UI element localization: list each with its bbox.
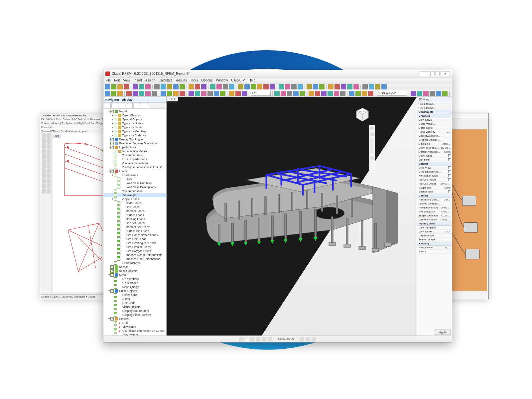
toolbar-icon[interactable] [133,91,138,96]
tree-node[interactable]: ✓Display Topology on [104,137,166,141]
tree-node[interactable]: ✓Member Loads [104,209,166,213]
prop-section-header[interactable]: Phasing [417,242,452,246]
tree-node[interactable]: ✓♥Grid [104,321,166,325]
status-icon[interactable] [250,337,254,341]
tree-node[interactable]: ✓Global Imperfections [104,161,166,165]
checkbox[interactable]: ✓ [110,146,114,149]
prop-value[interactable]: Adjustin... [441,218,451,221]
checkbox[interactable]: ✓ [117,249,120,253]
expand-icon[interactable]: ▾ [107,273,110,277]
navigator-tree[interactable]: ▾✓Model▸✓Basic Objects▸✓Special Objects▸… [103,109,166,335]
tree-node[interactable]: ✓Result Objects [104,269,166,273]
prop-row[interactable]: Phase [417,250,452,254]
prop-row[interactable]: Section Box [417,190,452,194]
checkbox[interactable]: ✓ [117,241,120,245]
status-icon[interactable] [262,337,266,341]
view-cube[interactable]: FRONT [354,107,370,123]
checkbox[interactable]: ✓ [110,138,114,141]
toolbar-icon[interactable] [161,91,166,96]
prop-row[interactable]: Dependency [417,234,452,238]
status-icon[interactable] [256,337,260,341]
checkbox[interactable]: ✓ [114,194,117,197]
toolbar-icon[interactable] [105,84,110,89]
nav-pan-icon[interactable] [370,132,374,136]
tree-node[interactable]: ✓Surface Loads [104,213,166,217]
coord-system-dropdown[interactable]: 1 - Global XYZ [377,91,407,96]
prop-row[interactable]: Phase FilterNo... [417,246,452,250]
toolbar-icon[interactable] [201,84,206,89]
toolbar-icon[interactable] [238,84,243,89]
checkbox[interactable]: ✓ [114,281,117,285]
checkbox[interactable]: ✓ [114,297,117,301]
toolbar-icon[interactable] [274,91,280,96]
status-icon[interactable] [306,337,310,341]
toolbar-icon[interactable] [436,91,441,96]
status-icon[interactable] [268,337,272,341]
prop-checkbox[interactable] [448,170,451,173]
menu-item[interactable]: Tools [190,78,198,82]
expand-icon[interactable]: ▾ [111,173,114,177]
loadcase-dropdown[interactable]: LC1 [251,91,271,96]
toolbar-icon[interactable] [281,91,286,96]
checkbox[interactable]: ✓ [117,253,120,257]
toolbar-icon[interactable] [309,91,314,96]
toolbar-icon[interactable] [423,91,429,96]
prop-row[interactable]: Eye Elevation7.4664 m [417,210,452,214]
toolbar-icon[interactable] [430,91,435,96]
menu-item[interactable]: Window [216,78,228,82]
prop-checkbox[interactable] [448,158,451,161]
checkbox[interactable]: ✓ [114,158,117,161]
toolbar-icon[interactable] [362,91,367,96]
checkbox[interactable]: ✓ [117,182,120,185]
rhino-tool-palette[interactable] [41,133,52,292]
prop-section-header[interactable]: Extents [417,162,452,166]
tree-node[interactable]: ▾✓Load Values [104,173,166,177]
toolbar-icon[interactable] [117,84,123,89]
toolbar-icon[interactable] [251,84,256,89]
tree-node[interactable]: ✓Nodal Loads [104,201,166,205]
tree-node[interactable]: ✓Opening Loads [104,217,166,221]
toolbar-icon[interactable] [139,91,144,96]
toolbar-icon[interactable] [229,91,234,96]
prop-row[interactable]: Scale Value 1: [417,122,452,126]
tree-node[interactable]: ▾✓Guide Objects [104,289,166,293]
toolbar-icon[interactable] [235,91,241,96]
tree-node[interactable]: ▾✓Imperfections [104,145,166,149]
tree-node[interactable]: ✓Self-weight [104,193,166,197]
toolbar-icon[interactable] [111,91,116,96]
prop-checkbox[interactable] [448,178,451,181]
prop-row[interactable]: Rendering Settin...Edit... [417,198,452,202]
toolbar-row-1[interactable] [103,83,452,90]
toolbar-icon[interactable] [195,84,200,89]
checkbox[interactable]: ✓ [110,273,114,277]
toolbar-icon[interactable] [145,91,151,96]
viewport-tab[interactable]: LC1 [167,97,178,101]
prop-checkbox[interactable] [448,166,451,169]
prop-row[interactable]: Annotation Crop [417,174,452,178]
checkbox[interactable]: ✓ [117,237,120,241]
tree-node[interactable]: ✓Load Case Numbers [104,181,166,185]
toolbar-icon[interactable] [257,84,262,89]
toolbar-icon[interactable] [362,84,368,89]
toolbar-icon[interactable] [369,84,374,89]
tree-node[interactable]: ✓Free Rectangular Loads [104,241,166,245]
maximize-button[interactable]: ☐ [430,71,440,76]
prop-value[interactable]: None [441,186,451,189]
checkbox[interactable]: ✓ [117,186,120,189]
expand-icon[interactable]: ▸ [111,121,114,125]
prop-value[interactable]: Archi... [441,142,451,145]
checkbox[interactable]: ✓ [114,174,117,177]
checkbox[interactable]: ✓ [110,317,114,321]
toolbar-icon[interactable] [244,84,250,89]
toolbar-icon[interactable] [291,84,297,89]
menu-item[interactable]: Calculate [159,78,173,82]
prop-value[interactable]: S... [441,130,451,133]
tree-node[interactable]: ✓Results [104,265,166,269]
expand-icon[interactable]: ▸ [111,117,114,121]
tree-node[interactable]: ✓Title Information [104,153,166,157]
prop-value[interactable]: No... [441,246,451,249]
minimize-button[interactable]: — [420,71,429,76]
tree-node[interactable]: ✓Title Information [104,189,166,193]
navigator-tabs[interactable] [103,103,166,109]
toolbar-icon[interactable] [139,84,144,89]
